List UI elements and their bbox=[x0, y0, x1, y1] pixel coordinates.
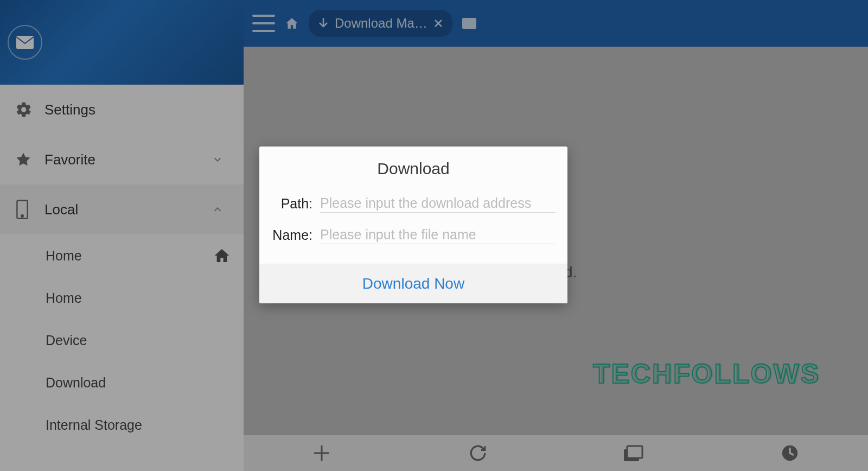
name-input[interactable] bbox=[320, 226, 556, 244]
name-label: Name: bbox=[271, 227, 312, 243]
download-modal: Download Path: Name: Download Now bbox=[259, 147, 567, 303]
download-now-button[interactable]: Download Now bbox=[259, 264, 567, 303]
modal-title: Download bbox=[259, 147, 567, 188]
path-label: Path: bbox=[271, 196, 312, 212]
path-input[interactable] bbox=[320, 194, 556, 213]
